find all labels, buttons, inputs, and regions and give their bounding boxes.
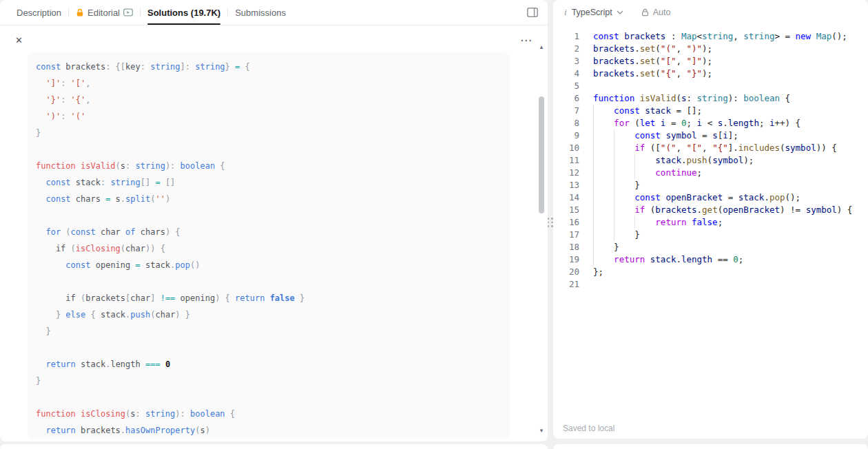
code-token: ();: [785, 192, 801, 202]
code-token: )) {: [816, 143, 837, 153]
code-token: [36, 426, 45, 435]
code-token: '[': [71, 79, 86, 88]
code-token: return: [45, 359, 75, 369]
line-number: 8: [553, 117, 579, 129]
indent-guide: [593, 167, 614, 179]
code-token: const: [71, 227, 96, 237]
indent-guide: [593, 253, 614, 266]
close-icon[interactable]: ✕: [15, 35, 23, 45]
code-line: 10 if (["(", "[", "{"].includes(symbol))…: [553, 142, 868, 154]
code-token: brackets: [593, 56, 634, 66]
code-token: [36, 326, 45, 336]
tab-label: Editorial: [87, 8, 120, 18]
tab-label: Description: [17, 8, 61, 18]
code-token: stack: [738, 192, 765, 202]
code-token: return: [614, 254, 645, 264]
code-token: );: [702, 68, 712, 79]
code-token: stack: [141, 260, 170, 270]
code-token: const: [634, 192, 661, 202]
code-token: string: [702, 31, 733, 41]
code-token: =: [136, 260, 141, 270]
line-number: 7: [553, 105, 579, 117]
indent-guide: [593, 142, 614, 154]
line-number: 18: [553, 241, 579, 253]
code-token: > =: [774, 31, 795, 41]
code-token: <: [707, 118, 718, 128]
code-token: }: [56, 310, 65, 320]
code-token: ) {: [165, 227, 180, 237]
code-token: ++) {: [775, 118, 801, 128]
code-line: '}': '{',: [36, 92, 502, 108]
handle-dot: [548, 225, 550, 227]
scroll-down-icon[interactable]: ▼: [537, 428, 546, 435]
code-token: ,: [85, 79, 90, 88]
code-token: includes: [738, 143, 780, 153]
indent-guide: [634, 167, 655, 179]
code-line: const opening = stack.pop(): [36, 257, 502, 273]
indent-guide: [614, 142, 634, 154]
code-token: {: [780, 93, 790, 103]
code-token: opening: [90, 260, 135, 270]
code-token: split: [125, 194, 150, 204]
code-token: =: [702, 130, 712, 140]
code-token: const: [593, 31, 619, 41]
code-token: (: [655, 43, 661, 54]
auto-layout-toggle[interactable]: Auto: [641, 8, 671, 17]
line-number: 16: [553, 216, 579, 229]
panel-toggle-icon[interactable]: [527, 8, 538, 17]
indent-guide: [593, 117, 614, 129]
code-token: [36, 359, 45, 369]
code-token: symbol: [785, 143, 816, 153]
scroll-up-icon[interactable]: ▲: [537, 44, 546, 51]
code-line: 11 stack.push(symbol);: [553, 154, 868, 167]
code-line: const stack: string[] = []: [36, 174, 502, 191]
code-token: }: [36, 128, 41, 138]
tab-submissions[interactable]: Submissions: [228, 0, 293, 25]
code-token: [36, 112, 45, 121]
line-number: 11: [553, 154, 579, 167]
code-token: :: [136, 409, 145, 419]
code-token: [36, 79, 45, 88]
code-token: string: [150, 62, 180, 72]
code-token: of: [125, 227, 135, 237]
code-token: const: [634, 130, 661, 140]
panel-resize-handle[interactable]: [547, 213, 553, 231]
code-token: (: [676, 93, 681, 103]
bottom-panel-left[interactable]: [0, 444, 548, 449]
code-token: :: [687, 93, 697, 103]
code-line: 3brackets.set("[", "]");: [553, 55, 868, 67]
code-token: .: [723, 118, 728, 128]
line-number: 2: [553, 43, 579, 55]
scrollbar-thumb[interactable]: [539, 96, 544, 213]
code-line: }: [36, 373, 502, 389]
code-token: char: [130, 293, 150, 303]
media-icon: [123, 8, 133, 17]
tab-description[interactable]: Description: [10, 0, 68, 25]
indent-guide: [614, 179, 634, 191]
code-line: 15 if (brackets.get(openBracket) != symb…: [553, 204, 868, 216]
code-token: .: [676, 254, 681, 264]
code-token: [36, 194, 45, 204]
tab-solutions[interactable]: Solutions (19.7K): [141, 0, 227, 25]
scrollbar[interactable]: ▲ ▼: [537, 43, 546, 436]
info-icon: i: [564, 7, 567, 18]
code-token: ) {: [215, 293, 235, 303]
code-token: isClosing: [76, 244, 121, 253]
code-token: }: [295, 293, 304, 303]
code-token: (: [707, 155, 713, 165]
more-icon[interactable]: ⋯: [520, 33, 533, 48]
code-token: set: [640, 56, 656, 66]
code-token: :: [61, 79, 70, 88]
code-token: length: [110, 359, 145, 369]
code-token: ;: [738, 254, 744, 264]
tab-editorial[interactable]: Editorial: [69, 0, 140, 25]
language-selector[interactable]: TypeScript: [572, 8, 623, 17]
code-editor[interactable]: 1const brackets : Map<string, string> = …: [553, 25, 868, 291]
code-token: char: [125, 244, 145, 253]
console-panel-collapsed[interactable]: [553, 444, 868, 449]
problem-panel: Description Editorial Solutions (19.7K): [0, 0, 548, 441]
line-number: 10: [553, 142, 579, 154]
indent-guide: [614, 216, 634, 229]
code-token: let: [640, 118, 656, 128]
code-token: );: [743, 155, 754, 165]
